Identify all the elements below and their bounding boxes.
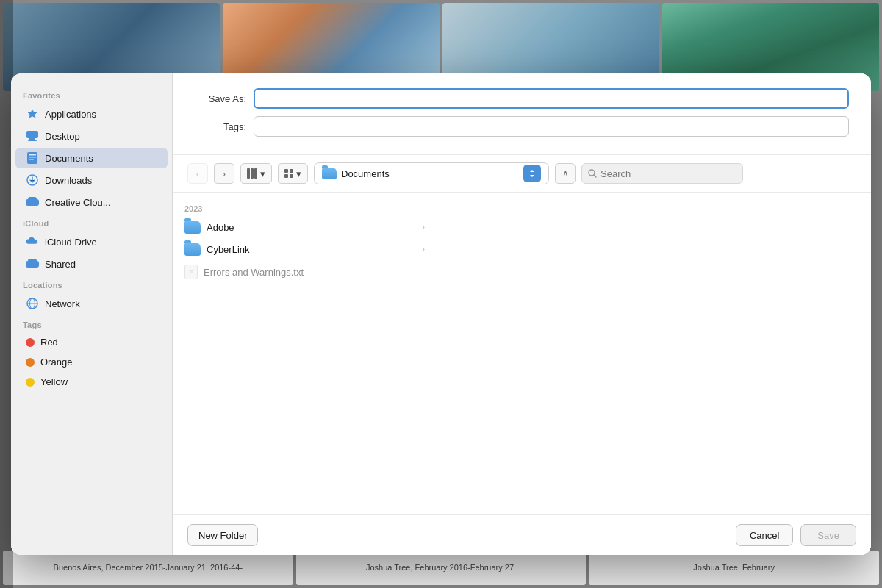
column-view-icon	[247, 168, 257, 179]
location-arrows	[523, 165, 541, 182]
shared-icon	[26, 257, 39, 270]
save-as-label: Save As:	[195, 93, 254, 104]
toolbar: ‹ › ▾ ▾ D	[173, 155, 871, 193]
save-as-input[interactable]	[254, 88, 849, 109]
save-button[interactable]: Save	[800, 524, 856, 546]
main-content: Save As: Tags: ‹ › ▾	[173, 74, 871, 555]
sidebar-item-tag-red[interactable]: Red	[15, 333, 168, 351]
folder-icon-cyberlink	[184, 243, 201, 256]
forward-icon: ›	[223, 168, 226, 179]
tag-orange-label: Orange	[40, 356, 72, 368]
form-area: Save As: Tags:	[173, 74, 871, 155]
file-pane: 2023 Adobe › CyberLink › Errors and Warn…	[173, 193, 437, 514]
desktop-label: Desktop	[45, 131, 80, 142]
creative-cloud-icon	[26, 196, 39, 209]
file-name-cyberlink: CyberLink	[207, 244, 250, 255]
svg-line-19	[594, 175, 596, 177]
documents-icon	[26, 151, 39, 165]
network-label: Network	[45, 298, 80, 309]
svg-rect-3	[27, 152, 37, 164]
txt-file-icon	[184, 265, 198, 279]
up-down-arrows-icon	[528, 169, 536, 178]
file-name-adobe: Adobe	[207, 222, 234, 233]
back-button[interactable]: ‹	[187, 163, 208, 184]
applications-icon	[26, 107, 39, 121]
downloads-label: Downloads	[45, 175, 92, 186]
sidebar-section-locations: Locations	[11, 275, 172, 293]
sidebar-item-shared[interactable]: Shared	[15, 254, 168, 274]
sidebar-item-icloud-drive[interactable]: iCloud Drive	[15, 232, 168, 252]
svg-rect-9	[28, 197, 37, 201]
svg-rect-6	[29, 159, 34, 160]
cancel-button[interactable]: Cancel	[736, 524, 793, 546]
sidebar-item-network[interactable]: Network	[15, 293, 168, 314]
file-preview-pane	[437, 193, 871, 514]
sidebar-item-applications[interactable]: Applications	[15, 104, 168, 124]
grid-view-button[interactable]: ▾	[278, 163, 308, 184]
save-dialog: Favorites Applications Desktop	[11, 74, 871, 555]
location-name: Documents	[341, 168, 519, 179]
tag-yellow-dot	[26, 378, 35, 387]
grid-view-dropdown: ▾	[296, 168, 301, 179]
svg-rect-2	[28, 140, 37, 141]
search-input[interactable]	[600, 168, 736, 179]
location-selector[interactable]: Documents	[314, 162, 549, 184]
sidebar-section-tags: Tags	[11, 315, 172, 332]
svg-rect-15	[247, 168, 250, 179]
tag-orange-dot	[26, 358, 35, 367]
grid-view-icon	[284, 169, 293, 178]
sidebar: Favorites Applications Desktop	[11, 74, 173, 555]
tags-input[interactable]	[254, 116, 849, 137]
svg-rect-4	[29, 154, 36, 156]
forward-button[interactable]: ›	[214, 163, 234, 184]
svg-rect-16	[251, 168, 254, 179]
expand-icon: ∧	[562, 168, 569, 179]
sidebar-item-tag-orange[interactable]: Orange	[15, 353, 168, 371]
caption-2: Joshua Tree, February 2016-February 27,	[296, 551, 587, 585]
file-item-cyberlink[interactable]: CyberLink ›	[173, 238, 437, 260]
sidebar-item-creative-cloud[interactable]: Creative Clou...	[15, 192, 168, 212]
file-item-errors-txt[interactable]: Errors and Warnings.txt	[173, 260, 437, 284]
icloud-drive-icon	[26, 235, 39, 248]
column-view-dropdown: ▾	[260, 168, 265, 179]
back-icon: ‹	[196, 168, 199, 179]
tag-yellow-label: Yellow	[40, 376, 68, 387]
caption-1: Buenos Aires, December 2015-January 21, …	[3, 551, 293, 585]
network-icon	[26, 297, 39, 310]
downloads-icon	[26, 173, 39, 187]
chevron-right-adobe: ›	[422, 222, 425, 232]
tags-row: Tags:	[195, 116, 849, 137]
folder-icon-adobe	[184, 220, 201, 234]
sidebar-item-tag-yellow[interactable]: Yellow	[15, 373, 168, 391]
column-view-button[interactable]: ▾	[240, 163, 272, 184]
svg-rect-5	[29, 157, 36, 158]
svg-rect-17	[254, 168, 257, 179]
expand-button[interactable]: ∧	[555, 163, 576, 184]
caption-3: Joshua Tree, February	[589, 551, 879, 585]
tags-label: Tags:	[195, 121, 254, 132]
new-folder-button[interactable]: New Folder	[187, 524, 258, 546]
tag-red-label: Red	[40, 337, 58, 348]
action-buttons: Cancel Save	[736, 524, 856, 546]
shared-label: Shared	[45, 259, 76, 270]
applications-label: Applications	[45, 109, 96, 120]
svg-rect-1	[29, 138, 35, 140]
chevron-right-cyberlink: ›	[422, 244, 425, 254]
save-as-row: Save As:	[195, 88, 849, 109]
bottom-bar: New Folder Cancel Save	[173, 514, 871, 555]
file-item-adobe[interactable]: Adobe ›	[173, 216, 437, 238]
desktop-icon	[26, 129, 39, 143]
sidebar-section-icloud: iCloud	[11, 213, 172, 231]
creative-cloud-label: Creative Clou...	[45, 197, 111, 208]
file-name-errors-txt: Errors and Warnings.txt	[204, 267, 304, 278]
sidebar-item-downloads[interactable]: Downloads	[15, 170, 168, 190]
sidebar-item-desktop[interactable]: Desktop	[15, 126, 168, 146]
search-icon	[588, 169, 597, 178]
icloud-drive-label: iCloud Drive	[45, 237, 97, 248]
sidebar-section-favorites: Favorites	[11, 85, 172, 103]
file-browser: 2023 Adobe › CyberLink › Errors and Warn…	[173, 193, 871, 514]
sidebar-item-documents[interactable]: Documents	[15, 148, 168, 168]
tag-red-dot	[26, 338, 35, 347]
svg-rect-0	[26, 131, 38, 138]
search-box[interactable]	[581, 163, 743, 184]
